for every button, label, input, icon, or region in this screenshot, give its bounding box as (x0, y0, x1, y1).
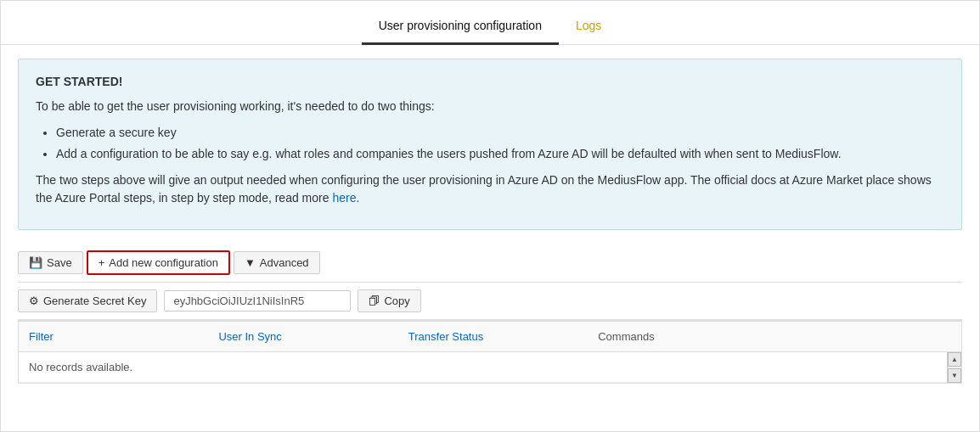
col-user-in-sync: User In Sync (208, 322, 397, 351)
advanced-button[interactable]: ▼ Advanced (234, 251, 320, 274)
add-new-config-label: Add new configuration (109, 256, 218, 269)
col-transfer-status: Transfer Status (398, 322, 588, 351)
copy-label: Copy (384, 295, 409, 307)
advanced-label: Advanced (260, 256, 309, 269)
bullet-list: Generate a secure key Add a configuratio… (56, 124, 944, 163)
col-filter: Filter (19, 322, 208, 351)
get-started-label: GET STARTED! (36, 73, 944, 91)
info-box: GET STARTED! To be able to get the user … (18, 59, 962, 230)
toolbar: 💾 Save + Add new configuration ▼ Advance… (18, 244, 962, 283)
col-commands: Commands (588, 322, 947, 351)
scroll-down-button[interactable]: ▼ (948, 368, 961, 383)
intro-text: To be able to get the user provisioning … (36, 98, 944, 115)
generate-secret-key-button[interactable]: ⚙ Generate Secret Key (18, 289, 157, 312)
copy-button[interactable]: 🗍 Copy (358, 289, 420, 312)
generate-secret-key-label: Generate Secret Key (43, 295, 146, 307)
here-link[interactable]: here (332, 191, 356, 205)
empty-row: No records available. (19, 352, 961, 383)
table-header-row: Filter User In Sync Transfer Status Comm… (19, 321, 961, 352)
scrollbar: ▲ ▼ (947, 352, 961, 383)
table-wrapper: Filter User In Sync Transfer Status Comm… (18, 320, 962, 384)
table-body: No records available. ▲ ▼ (19, 352, 961, 383)
main-container: User provisioning configuration Logs GET… (0, 0, 980, 432)
scroll-up-button[interactable]: ▲ (948, 352, 961, 367)
bullet-item-2: Add a configuration to be able to say e.… (56, 145, 944, 163)
secret-key-input[interactable] (164, 290, 351, 311)
main-content: GET STARTED! To be able to get the user … (1, 45, 979, 431)
save-label: Save (47, 256, 72, 269)
save-button[interactable]: 💾 Save (18, 251, 83, 274)
copy-icon: 🗍 (369, 295, 380, 307)
tab-provisioning[interactable]: User provisioning configuration (362, 8, 559, 45)
gear-icon: ⚙ (29, 295, 39, 307)
footer-text: The two steps above will give an output … (36, 171, 944, 207)
tab-logs[interactable]: Logs (559, 8, 618, 45)
chevron-down-icon: ▼ (245, 256, 256, 269)
bullet-item-1: Generate a secure key (56, 124, 944, 142)
tabs-bar: User provisioning configuration Logs (1, 1, 979, 45)
secret-key-row: ⚙ Generate Secret Key 🗍 Copy (18, 283, 962, 320)
add-new-configuration-button[interactable]: + Add new configuration (87, 250, 230, 275)
plus-icon: + (99, 256, 105, 269)
save-icon: 💾 (29, 256, 42, 269)
empty-message: No records available. (19, 352, 947, 382)
